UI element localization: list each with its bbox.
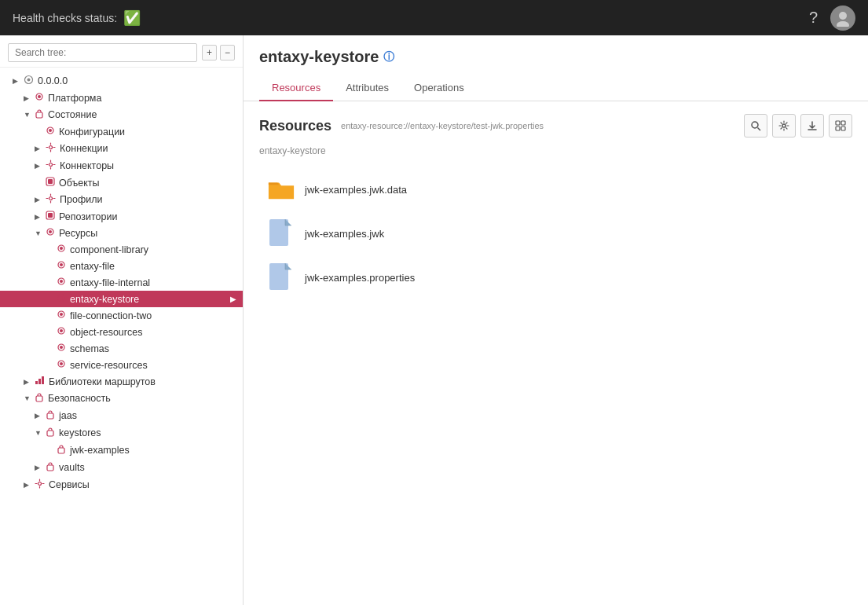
- health-status-icon: ✅: [123, 9, 141, 27]
- chevron-icon: ▶: [24, 94, 35, 102]
- download-toolbar-button[interactable]: [800, 114, 824, 138]
- sidebar-item-file-connection-two[interactable]: file-connection-two: [0, 307, 243, 324]
- breadcrumb: entaxy-keystore: [259, 145, 852, 156]
- sidebar-item-jaas[interactable]: ▶jaas: [0, 407, 243, 424]
- tree-node-icon: [46, 142, 56, 155]
- tree-item-label: Профили: [60, 194, 236, 205]
- tree-item-label: keystores: [59, 427, 236, 438]
- tree-node-icon: [46, 461, 55, 474]
- svg-point-8: [49, 129, 52, 132]
- chevron-icon: ▶: [24, 378, 35, 386]
- resources-bar-left: Resources entaxy-resource://entaxy-keyst…: [259, 118, 544, 134]
- tree-node-icon: [46, 193, 56, 206]
- svg-rect-39: [47, 431, 53, 436]
- tree-node-icon: [57, 293, 66, 305]
- tree-item-label: Конфигурации: [59, 126, 236, 138]
- svg-point-21: [60, 263, 63, 266]
- svg-rect-35: [38, 379, 41, 384]
- sidebar-item-objects[interactable]: Объекты: [0, 174, 243, 191]
- settings-toolbar-button[interactable]: [772, 114, 796, 138]
- tree-item-label: entaxy-file-internal: [70, 277, 236, 288]
- content-panel: entaxy-keystore ⓘ Resources Attributes O…: [244, 35, 868, 605]
- sidebar-item-security[interactable]: ▼Безопасность: [0, 390, 243, 407]
- tree-node-icon: [57, 359, 66, 371]
- svg-point-19: [60, 247, 63, 250]
- resources-area: Resources entaxy-resource://entaxy-keyst…: [244, 101, 868, 605]
- svg-point-10: [49, 163, 53, 167]
- svg-point-33: [60, 362, 63, 365]
- expand-all-button[interactable]: +: [202, 45, 217, 60]
- title-info-icon[interactable]: ⓘ: [383, 50, 394, 64]
- help-icon[interactable]: ?: [809, 9, 818, 27]
- tab-attributes[interactable]: Attributes: [333, 75, 401, 101]
- svg-rect-38: [47, 413, 53, 419]
- sidebar-item-component-library[interactable]: component-library: [0, 241, 243, 258]
- sidebar-item-entaxy-file-internal[interactable]: entaxy-file-internal: [0, 274, 243, 291]
- sidebar-item-service-resources[interactable]: service-resources: [0, 357, 243, 373]
- tab-operations[interactable]: Operations: [401, 75, 477, 101]
- topbar-health-label: Health checks status:: [13, 12, 117, 24]
- file-name: jwk-examples.jwk: [305, 228, 384, 240]
- grid-toolbar-button[interactable]: [829, 114, 852, 138]
- tree-node-icon: [57, 277, 66, 288]
- sidebar-item-route-libs[interactable]: ▶Библиотеки маршрутов: [0, 373, 243, 390]
- resources-heading: Resources: [259, 118, 331, 134]
- sidebar-item-connectors[interactable]: ▶Коннекторы: [0, 157, 243, 174]
- sidebar-item-state[interactable]: ▼Состояние: [0, 106, 243, 123]
- sidebar-item-platform[interactable]: ▶Платформа: [0, 90, 243, 106]
- chevron-icon: ▼: [24, 394, 35, 402]
- file-name: jwk-examples.jwk.data: [305, 184, 407, 196]
- sidebar-item-config[interactable]: Конфигурации: [0, 123, 243, 140]
- tree-item-label: component-library: [70, 244, 236, 255]
- search-input[interactable]: [8, 43, 197, 62]
- avatar[interactable]: [830, 6, 855, 31]
- sidebar-item-connections[interactable]: ▶Коннекции: [0, 140, 243, 157]
- sidebar-item-profiles[interactable]: ▶Профили: [0, 191, 243, 208]
- sidebar-item-entaxy-keystore[interactable]: entaxy-keystore▶: [0, 291, 243, 307]
- tree-item-label: jaas: [59, 410, 236, 421]
- tree-item-label: Коннекции: [60, 143, 236, 154]
- tree-item-label: Репозитории: [59, 211, 236, 222]
- tree-node-icon: [46, 160, 56, 172]
- sidebar-item-vaults[interactable]: ▶vaults: [0, 459, 243, 476]
- search-toolbar-button[interactable]: [744, 114, 767, 138]
- tab-resources[interactable]: Resources: [259, 75, 333, 101]
- svg-rect-47: [841, 121, 845, 125]
- svg-point-9: [49, 146, 53, 149]
- file-name: jwk-examples.properties: [305, 272, 415, 284]
- sidebar-item-services[interactable]: ▶Сервисы: [0, 476, 243, 493]
- svg-rect-6: [36, 112, 42, 118]
- tree-node-icon: [46, 126, 55, 138]
- chevron-icon: ▶: [35, 196, 46, 204]
- tree-item-label: object-resources: [70, 327, 236, 338]
- svg-rect-48: [836, 126, 840, 130]
- file-item-jwk-data[interactable]: jwk-examples.jwk.data: [259, 169, 852, 210]
- content-title: entaxy-keystore ⓘ: [259, 48, 852, 66]
- sidebar-item-jwk-examples[interactable]: jwk-examples: [0, 442, 243, 459]
- collapse-all-button[interactable]: −: [220, 45, 235, 60]
- file-item-jwk-properties[interactable]: jwk-examples.properties: [259, 257, 852, 298]
- sidebar-item-keystores[interactable]: ▼keystores: [0, 424, 243, 442]
- svg-point-3: [27, 79, 31, 82]
- sidebar-item-object-resources[interactable]: object-resources: [0, 324, 243, 340]
- document-icon: [267, 263, 295, 292]
- svg-rect-41: [47, 465, 53, 471]
- tree-container: ▶0.0.0.0▶Платформа▼СостояниеКонфигурации…: [0, 68, 243, 605]
- tree-item-label: Библиотеки маршрутов: [49, 376, 236, 387]
- topbar-left: Health checks status: ✅: [13, 9, 141, 27]
- tree-node-icon: [35, 108, 44, 121]
- tree-node-icon: [24, 75, 34, 87]
- sidebar-item-resources[interactable]: ▼Ресурсы: [0, 225, 243, 241]
- svg-point-5: [38, 95, 41, 98]
- sidebar: + − ▶0.0.0.0▶Платформа▼СостояниеКонфигур…: [0, 35, 244, 605]
- tree-node-icon: [46, 177, 55, 189]
- sidebar-item-entaxy-file[interactable]: entaxy-file: [0, 258, 243, 274]
- file-item-jwk[interactable]: jwk-examples.jwk: [259, 213, 852, 254]
- sidebar-item-schemas[interactable]: schemas: [0, 340, 243, 357]
- svg-point-17: [49, 230, 52, 233]
- svg-point-31: [60, 346, 63, 349]
- tree-node-icon: [35, 392, 44, 405]
- sidebar-item-repos[interactable]: ▶Репозитории: [0, 208, 243, 225]
- sidebar-item-root[interactable]: ▶0.0.0.0: [0, 72, 243, 90]
- document-icon: [267, 219, 295, 248]
